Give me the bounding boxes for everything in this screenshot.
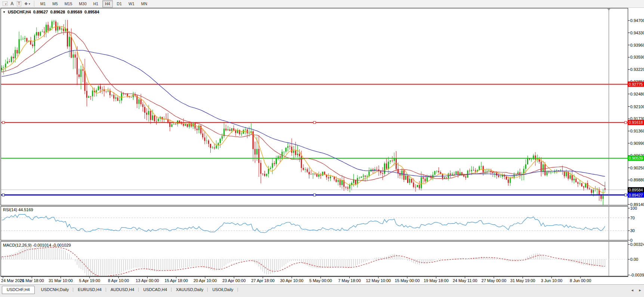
svg-text:0.89584: 0.89584: [629, 188, 643, 192]
collapse-triangle-icon[interactable]: ▼: [3, 10, 6, 14]
price-tick-label: 0.92480: [630, 92, 644, 96]
time-tick-label: 27 May 00:00: [482, 278, 507, 283]
rsi-tick-label: 100: [630, 206, 637, 210]
time-tick-label: 19 May 18:00: [424, 278, 449, 283]
time-tick-label: 8 Jun 00:00: [570, 278, 591, 283]
line-handle[interactable]: [2, 121, 4, 124]
line-handle[interactable]: [625, 121, 627, 124]
trading-terminal: { "toolbar": { "icons": ["fibonacci-tool…: [0, 0, 644, 297]
tab-scroll-right[interactable]: ►: [638, 288, 642, 292]
time-tick-label: 26 Mar 18:00: [20, 278, 44, 283]
quote-high: 0.89628: [50, 10, 65, 14]
price-tick-label: 0.93590: [630, 55, 644, 59]
macd-tick-label: -0.00397: [630, 273, 644, 277]
price-tick-label: 0.94700: [630, 18, 644, 23]
toolbar: F A T ❖ ▾ M1M5M15M30H1H4D1W1MN: [0, 0, 644, 8]
time-tick-label: 5 Apr 19:00: [79, 278, 100, 283]
chart-tab-xauusd-daily[interactable]: XAUUSD,Daily: [171, 286, 208, 294]
text-glyph: T: [17, 1, 21, 6]
price-label-0.90539[interactable]: 0.90539: [628, 156, 644, 161]
time-tick-label: 24 May 11:00: [453, 278, 477, 283]
macd-tick-label: 0.003241: [630, 242, 644, 247]
price-tick-label: 0.90250: [630, 166, 644, 170]
timeframe-button-mn[interactable]: MN: [139, 0, 150, 7]
toolbar-separator: [34, 1, 35, 7]
timeframe-button-m5[interactable]: M5: [50, 0, 61, 7]
price-tick-label: 0.90990: [630, 141, 644, 146]
timeframe-button-w1[interactable]: W1: [126, 0, 137, 7]
time-tick-label: 20 Apr 10:00: [193, 278, 217, 283]
price-tick-label: 0.91360: [630, 129, 644, 133]
chart-tab-usoil-daily[interactable]: USOil,Daily: [208, 286, 238, 294]
price-tick-label: 0.89880: [630, 178, 644, 182]
quote-low: 0.89569: [67, 10, 82, 14]
rsi-tick-label: 30: [630, 228, 635, 233]
arrows-shapes-tool-icon[interactable]: ❖ ▾: [24, 1, 30, 7]
time-tick-label: 31 May 19:00: [510, 278, 535, 283]
time-tick-label: 12 May 10:00: [366, 278, 391, 283]
chart-tab-usdchf-h4[interactable]: USDCHF,H4: [2, 286, 35, 294]
tab-scroll-arrows: ◄►: [631, 288, 642, 292]
price-tick-label: 0.93220: [630, 67, 644, 72]
time-tick-label: 7 May 18:00: [338, 278, 361, 283]
time-tick-label: 5 May 00:00: [309, 278, 332, 283]
bid-price-label[interactable]: 0.89584: [628, 187, 644, 193]
line-handle[interactable]: [2, 194, 4, 196]
time-tick-label: 13 Apr 00:00: [136, 278, 159, 283]
rsi-tick-label: 70: [630, 216, 635, 220]
tab-scroll-left[interactable]: ◄: [631, 288, 634, 292]
price-label-0.91618[interactable]: 0.91618: [628, 120, 644, 125]
chart-tab-audusd-h4[interactable]: AUDUSD,H4: [106, 286, 139, 294]
symbol-period-label: USDCHF,H4: [8, 10, 31, 14]
text-label-glyph: A: [10, 1, 14, 6]
chart-title[interactable]: ▼ USDCHF,H4 0.89627 0.89628 0.89569 0.89…: [3, 10, 99, 14]
time-tick-label: 15 Apr 18:00: [165, 278, 188, 283]
timeframe-button-m1[interactable]: M1: [38, 0, 49, 7]
text-tool-icon[interactable]: T: [17, 1, 21, 7]
text-label-tool-icon[interactable]: A: [10, 1, 14, 7]
time-tick-label: 27 Apr 18:00: [251, 278, 275, 283]
time-tick-label: 31 Mar 10:00: [49, 278, 73, 283]
shapes-glyph: ❖: [24, 1, 28, 6]
price-label-0.89427[interactable]: 0.89427: [628, 193, 644, 198]
price-label-0.92775[interactable]: 0.92775: [628, 82, 644, 87]
time-tick-label: 3 Jun 10:00: [541, 278, 563, 283]
fibonacci-tool-icon[interactable]: F: [3, 1, 7, 7]
timeframe-button-d1[interactable]: D1: [114, 0, 124, 7]
time-tick-label: 15 May 00:00: [395, 278, 420, 283]
rsi-indicator-label: RSI(14) 44.5169: [3, 207, 33, 212]
timeframe-button-m15[interactable]: M15: [62, 0, 75, 7]
time-tick-label: 23 Apr 00:00: [222, 278, 245, 283]
time-tick-label: 8 Apr 10:00: [108, 278, 129, 283]
price-tick-label: 0.93960: [630, 43, 644, 47]
fibonacci-glyph: F: [3, 1, 7, 6]
line-handle[interactable]: [313, 194, 316, 196]
timeframe-button-m30[interactable]: M30: [76, 0, 89, 7]
chart-tab-eurusd-h4[interactable]: EURUSD,H4: [73, 286, 106, 294]
line-handle[interactable]: [313, 121, 316, 124]
chart-tabs: USDCHF,H4USDCNH,DailyEURUSD,H4AUDUSD,H4U…: [0, 285, 644, 294]
line-handle[interactable]: [625, 194, 627, 196]
timeframe-button-h4[interactable]: H4: [102, 0, 112, 7]
chart-canvas[interactable]: 0.947000.943300.939600.935900.932200.928…: [0, 0, 644, 297]
price-tick-label: 0.94330: [630, 31, 644, 35]
svg-text:0.92775: 0.92775: [629, 82, 643, 87]
chart-tab-usdcnh-daily[interactable]: USDCNH,Daily: [37, 286, 74, 294]
price-tick-label: 0.92100: [630, 104, 644, 109]
dropdown-caret-icon[interactable]: ▾: [29, 2, 30, 6]
quote-open: 0.89627: [33, 10, 48, 14]
timeframe-button-h1[interactable]: H1: [91, 0, 101, 7]
svg-text:0.89427: 0.89427: [629, 193, 643, 197]
macd-tick-label: 0.00: [630, 257, 638, 262]
svg-text:0.90539: 0.90539: [629, 156, 643, 160]
chart-background: [0, 8, 644, 284]
svg-text:0.91618: 0.91618: [629, 120, 643, 125]
timeframe-row: M1M5M15M30H1H4D1W1MN: [37, 0, 151, 7]
chart-tab-usdcad-h4[interactable]: USDCAD,H4: [139, 286, 171, 294]
quote-close: 0.89584: [84, 10, 99, 14]
time-tick-label: 30 Apr 10:00: [280, 278, 303, 283]
macd-indicator-label: MACD(12,26,9) -0.001014 -0.001029: [3, 243, 71, 247]
chart-tab-bar: USDCHF,H4USDCNH,DailyEURUSD,H4AUDUSD,H4U…: [0, 284, 644, 297]
